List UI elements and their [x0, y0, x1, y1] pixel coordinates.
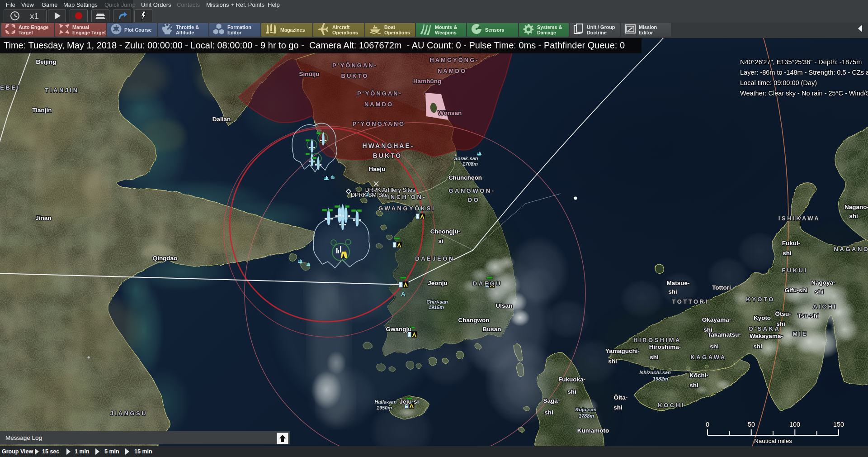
svg-text:shi: shi	[650, 354, 659, 361]
svg-text:Jeju-si: Jeju-si	[400, 398, 419, 405]
svg-text:50: 50	[748, 421, 755, 428]
svg-text:shi: shi	[689, 382, 698, 389]
svg-text:Nautical miles: Nautical miles	[754, 438, 792, 444]
svg-text:Nagano-: Nagano-	[844, 204, 868, 210]
svg-text:Gwangju: Gwangju	[386, 326, 412, 333]
svg-text:DPRK SM Site: DPRK SM Site	[351, 192, 388, 198]
svg-text:Chuncheon: Chuncheon	[448, 174, 482, 181]
svg-text:Halla-san: Halla-san	[375, 399, 397, 405]
svg-text:Okayama-: Okayama-	[702, 316, 731, 323]
svg-text:1982m: 1982m	[653, 376, 668, 381]
svg-text:KYOTO: KYOTO	[746, 296, 775, 303]
svg-text:Kuju-san: Kuju-san	[575, 407, 596, 412]
svg-text:Wŏnsan: Wŏnsan	[438, 109, 462, 116]
svg-text:Yamaguchi-: Yamaguchi-	[605, 348, 640, 354]
svg-text:shi: shi	[783, 250, 792, 257]
svg-text:HEBEI: HEBEI	[0, 84, 20, 91]
svg-text:Dalian: Dalian	[212, 116, 231, 123]
svg-text:shi: shi	[613, 404, 623, 411]
svg-text:A: A	[401, 290, 406, 297]
svg-text:Matsue-: Matsue-	[666, 280, 689, 286]
svg-text:shi: shi	[567, 388, 576, 395]
svg-text:1950m: 1950m	[377, 405, 392, 410]
svg-text:TOTTORI: TOTTORI	[672, 298, 708, 305]
svg-text:Busan: Busan	[482, 326, 501, 333]
svg-text:Saga-: Saga-	[543, 397, 560, 404]
svg-text:DAEJEON: DAEJEON	[415, 255, 454, 262]
svg-text:HAMGYŎNG-: HAMGYŎNG-	[429, 57, 479, 63]
svg-text:P'YŎNGYANG: P'YŎNGYANG	[353, 120, 405, 127]
svg-text:INCH'ON-: INCH'ON-	[387, 194, 427, 200]
svg-text:DO: DO	[468, 196, 480, 203]
svg-text:Wakayama-: Wakayama-	[750, 333, 783, 339]
svg-text:P'YŎNGAN-: P'YŎNGAN-	[357, 90, 402, 97]
svg-text:BUKTO: BUKTO	[341, 72, 369, 79]
svg-text:Hamhŭng: Hamhŭng	[413, 78, 441, 85]
svg-text:shi: shi	[544, 409, 553, 416]
svg-text:Tottori: Tottori	[712, 284, 731, 291]
svg-text:Sorak-san: Sorak-san	[454, 156, 478, 161]
svg-text:Jeonju: Jeonju	[428, 280, 448, 286]
svg-text:x1: x1	[30, 11, 39, 21]
svg-text:GWANGYŎKSI: GWANGYŎKSI	[378, 205, 435, 212]
svg-text:Fukuoka-: Fukuoka-	[558, 376, 585, 383]
svg-text:shi: shi	[849, 213, 858, 219]
svg-text:Haeju: Haeju	[369, 166, 386, 172]
svg-text:Ōtsu-: Ōtsu-	[775, 310, 791, 317]
svg-text:JIANGSU: JIANGSU	[110, 410, 147, 417]
svg-text:Tsu-shi: Tsu-shi	[798, 312, 819, 319]
svg-text:P'YŎNGAN-: P'YŎNGAN-	[332, 62, 377, 69]
svg-text:Gifu-shi: Gifu-shi	[785, 287, 808, 294]
svg-text:Kyoto: Kyoto	[754, 314, 771, 321]
svg-text:NAMDO: NAMDO	[364, 101, 393, 108]
svg-text:GANGWON-: GANGWON-	[448, 187, 495, 194]
svg-text:HWANGHAE-: HWANGHAE-	[363, 142, 415, 149]
svg-text:shi: shi	[710, 343, 719, 350]
svg-text:ISHIKAWA: ISHIKAWA	[778, 215, 820, 222]
svg-text:TIANJIN: TIANJIN	[45, 87, 79, 94]
svg-text:100: 100	[789, 421, 800, 428]
svg-text:Ishizuchi-san: Ishizuchi-san	[639, 370, 671, 375]
svg-text:Beijing: Beijing	[36, 58, 56, 65]
svg-text:NAMDO: NAMDO	[438, 67, 467, 74]
svg-text:Kumamoto: Kumamoto	[577, 427, 609, 434]
svg-text:shi: shi	[668, 288, 677, 295]
svg-text:Ōita-: Ōita-	[614, 394, 628, 401]
svg-text:KAGAWA: KAGAWA	[690, 354, 726, 361]
svg-text:shi: shi	[753, 343, 762, 350]
svg-text:1708m: 1708m	[462, 161, 478, 167]
svg-text:BUKTO: BUKTO	[373, 152, 402, 159]
svg-text:KOCHI: KOCHI	[658, 402, 684, 409]
svg-text:150: 150	[833, 421, 844, 428]
svg-text:shi: shi	[608, 358, 617, 365]
svg-text:Hiroshima-: Hiroshima-	[649, 343, 681, 350]
svg-text:Changwon: Changwon	[458, 317, 490, 324]
svg-text:O'SAKA: O'SAKA	[748, 325, 780, 332]
svg-text:Sinŭiju: Sinŭiju	[299, 71, 320, 77]
svg-text:Jinan: Jinan	[35, 214, 51, 221]
svg-text:FUKUI: FUKUI	[782, 267, 807, 274]
svg-text:HIROSHIMA: HIROSHIMA	[633, 337, 681, 343]
svg-text:DAEGU: DAEGU	[473, 280, 502, 287]
svg-text:Takamatsu-: Takamatsu-	[708, 331, 741, 338]
svg-text:MIE: MIE	[793, 330, 808, 337]
svg-text:Ulsan: Ulsan	[496, 302, 513, 309]
svg-text:Kōchi-: Kōchi-	[689, 372, 708, 379]
svg-text:1915m: 1915m	[429, 305, 444, 310]
svg-text:Cheongju-: Cheongju-	[430, 228, 461, 235]
svg-text:Fukui-: Fukui-	[782, 240, 801, 247]
svg-text:shi: shi	[815, 288, 824, 295]
svg-text:AICHI: AICHI	[813, 303, 837, 310]
svg-text:NAGANO: NAGANO	[834, 246, 868, 252]
svg-text:1788m: 1788m	[579, 413, 594, 419]
svg-text:0: 0	[706, 421, 709, 428]
svg-text:Qingdao: Qingdao	[153, 255, 178, 262]
svg-text:si: si	[438, 238, 443, 244]
svg-text:Tianjin: Tianjin	[32, 107, 52, 114]
svg-text:Chiri-san: Chiri-san	[426, 299, 448, 305]
svg-text:Nagoya-: Nagoya-	[811, 279, 835, 286]
